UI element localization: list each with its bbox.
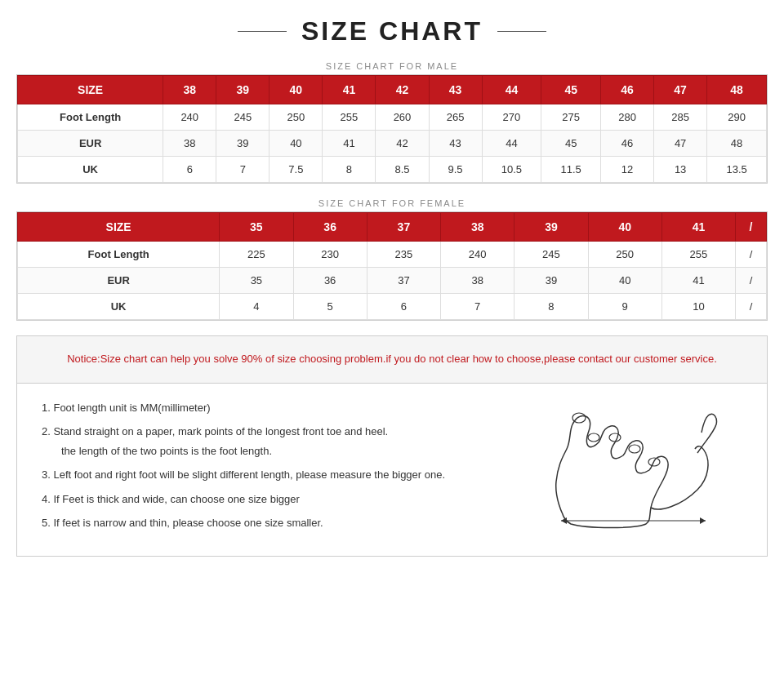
table-cell: 260 <box>376 104 429 131</box>
female-section-label: SIZE CHART FOR FEMALE <box>16 198 768 208</box>
table-cell: 47 <box>654 131 707 157</box>
male-table-body: Foot Length24024525025526026527027528028… <box>18 104 767 183</box>
male-size-table: SIZE3839404142434445464748 Foot Length24… <box>17 75 767 183</box>
page-wrapper: SIZE CHART SIZE CHART FOR MALE SIZE38394… <box>0 0 784 573</box>
list-item: 5. If feet is narrow and thin, please ch… <box>42 515 514 531</box>
table-cell: 45 <box>541 131 601 157</box>
svg-marker-6 <box>561 517 567 524</box>
instructions-text: 1. Foot length unit is MM(millimeter)2. … <box>42 400 514 539</box>
male-header-cell: 45 <box>541 76 601 104</box>
table-cell: 8 <box>514 294 588 320</box>
table-cell: 36 <box>293 268 367 294</box>
female-header-row: SIZE35363738394041/ <box>18 213 767 242</box>
male-header-cell: 39 <box>216 76 270 104</box>
table-cell: 35 <box>220 268 293 294</box>
title-row: SIZE CHART <box>16 16 768 47</box>
table-cell: 11.5 <box>541 157 601 183</box>
male-header-cell: 46 <box>601 76 654 104</box>
table-cell: 10 <box>662 294 735 320</box>
table-cell: 10.5 <box>482 157 541 183</box>
table-cell: / <box>736 268 767 294</box>
female-header-cell: 41 <box>662 213 735 242</box>
table-cell: 290 <box>707 104 767 131</box>
female-size-table: SIZE35363738394041/ Foot Length225230235… <box>17 212 767 320</box>
title-line-left <box>238 31 287 32</box>
table-cell: 40 <box>588 268 662 294</box>
table-cell: 225 <box>220 242 293 268</box>
table-cell: 7 <box>216 157 270 183</box>
table-cell: 46 <box>601 131 654 157</box>
row-label: EUR <box>18 131 163 157</box>
table-cell: 230 <box>293 242 367 268</box>
table-cell: 5 <box>293 294 367 320</box>
female-header-cell: 35 <box>220 213 293 242</box>
table-cell: 13 <box>654 157 707 183</box>
table-row: EUR35363738394041/ <box>18 268 767 294</box>
table-row: EUR3839404142434445464748 <box>18 131 767 157</box>
foot-svg-container: Feet long <box>538 400 734 531</box>
male-header-cell: 41 <box>323 76 376 104</box>
male-table-wrapper: SIZE3839404142434445464748 Foot Length24… <box>16 74 768 184</box>
male-header-cell: 40 <box>270 76 323 104</box>
list-item: 1. Foot length unit is MM(millimeter) <box>42 400 514 416</box>
table-cell: 44 <box>482 131 541 157</box>
table-cell: 38 <box>163 131 216 157</box>
list-item: 4. If Feet is thick and wide, can choose… <box>42 491 514 508</box>
list-item: 2. Stand straight on a paper, mark point… <box>42 424 514 440</box>
table-cell: 250 <box>588 242 662 268</box>
table-cell: 255 <box>323 104 376 131</box>
svg-point-2 <box>609 433 621 442</box>
table-cell: 37 <box>367 268 440 294</box>
table-cell: 7.5 <box>270 157 323 183</box>
table-cell: 48 <box>707 131 767 157</box>
female-table-body: Foot Length225230235240245250255/EUR3536… <box>18 242 767 320</box>
table-cell: 7 <box>441 294 514 320</box>
table-cell: 240 <box>441 242 514 268</box>
foot-illustration: Feet long <box>538 400 734 531</box>
instructions-list: 1. Foot length unit is MM(millimeter)2. … <box>42 400 514 531</box>
table-row: Foot Length225230235240245250255/ <box>18 242 767 268</box>
male-header-cell: 43 <box>429 76 482 104</box>
female-header-cell: SIZE <box>18 213 220 242</box>
table-cell: 39 <box>514 268 588 294</box>
page-title: SIZE CHART <box>301 16 483 47</box>
svg-point-0 <box>572 413 586 423</box>
table-cell: 41 <box>662 268 735 294</box>
table-cell: 265 <box>429 104 482 131</box>
table-cell: 245 <box>216 104 270 131</box>
male-header-cell: 42 <box>376 76 429 104</box>
table-cell: / <box>736 242 767 268</box>
female-header-cell: 39 <box>514 213 588 242</box>
table-cell: / <box>736 294 767 320</box>
row-label: UK <box>18 157 163 183</box>
table-cell: 6 <box>163 157 216 183</box>
female-header-cell: 37 <box>367 213 440 242</box>
female-header-cell: 40 <box>588 213 662 242</box>
row-label: UK <box>18 294 220 320</box>
list-item: 3. Left foot and right foot will be slig… <box>42 467 514 483</box>
table-cell: 41 <box>323 131 376 157</box>
row-label: Foot Length <box>18 104 163 131</box>
table-cell: 43 <box>429 131 482 157</box>
table-cell: 250 <box>270 104 323 131</box>
list-item: the length of the two points is the foot… <box>42 443 514 459</box>
male-header-cell: SIZE <box>18 76 163 104</box>
notice-box: Notice:Size chart can help you solve 90%… <box>16 335 768 384</box>
table-row: UK677.588.59.510.511.5121313.5 <box>18 157 767 183</box>
row-label: Foot Length <box>18 242 220 268</box>
female-header-cell: 36 <box>293 213 367 242</box>
male-header-cell: 38 <box>163 76 216 104</box>
table-cell: 12 <box>601 157 654 183</box>
table-cell: 235 <box>367 242 440 268</box>
male-header-cell: 48 <box>707 76 767 104</box>
foot-diagram: Feet long <box>530 400 742 531</box>
table-cell: 275 <box>541 104 601 131</box>
table-row: UK45678910/ <box>18 294 767 320</box>
table-cell: 6 <box>367 294 440 320</box>
table-cell: 8.5 <box>376 157 429 183</box>
table-row: Foot Length24024525025526026527027528028… <box>18 104 767 131</box>
table-cell: 42 <box>376 131 429 157</box>
female-header-cell: / <box>736 213 767 242</box>
svg-point-1 <box>588 433 599 442</box>
table-cell: 13.5 <box>707 157 767 183</box>
